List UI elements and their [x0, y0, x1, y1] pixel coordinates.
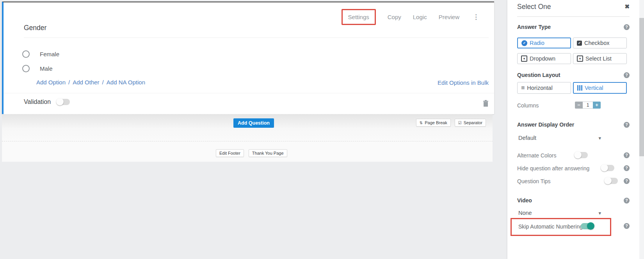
skip-numbering-label: Skip Automatic Numbering	[518, 223, 583, 230]
validation-row: Validation	[24, 98, 70, 105]
video-value: None	[518, 210, 532, 216]
option-label[interactable]: Female	[40, 51, 59, 57]
page-break-button[interactable]: ⇅ Page Break	[416, 119, 451, 127]
radio-icon[interactable]	[22, 65, 30, 72]
question-layout-label: Question Layout	[517, 72, 560, 78]
add-other-link[interactable]: Add Other	[73, 79, 99, 86]
dropdown-icon: ▾	[521, 55, 527, 62]
checkbox-option-label: Checkbox	[584, 40, 609, 46]
help-icon[interactable]: ?	[624, 152, 630, 158]
chevron-down-icon: ▾	[598, 135, 601, 141]
copy-button[interactable]: Copy	[388, 14, 401, 20]
logic-button[interactable]: Logic	[413, 14, 427, 20]
vertical-scrollbar[interactable]	[639, 0, 644, 259]
separator-checkbox-icon: ☑	[458, 121, 462, 125]
question-title-underline	[24, 38, 489, 38]
help-icon[interactable]: ?	[624, 198, 630, 204]
edit-options-in-bulk-link[interactable]: Edit Options in Bulk	[438, 79, 489, 86]
separator-button[interactable]: ☑ Separator	[455, 119, 486, 127]
question-toolbar: Settings Copy Logic Preview ⋮	[342, 8, 481, 26]
hide-question-label: Hide question after answering	[517, 165, 589, 171]
thank-you-page-button[interactable]: Thank You Page	[249, 149, 287, 157]
preview-button[interactable]: Preview	[439, 14, 459, 20]
alternate-colors-label: Alternate Colors	[517, 152, 556, 159]
settings-highlight-box: Settings	[342, 9, 376, 25]
radio-option-label: Radio	[530, 40, 544, 46]
help-icon[interactable]: ?	[624, 72, 630, 78]
more-options-icon[interactable]: ⋮	[471, 13, 481, 21]
columns-decrement-button[interactable]: −	[575, 102, 583, 109]
survey-builder-screen: Settings Copy Logic Preview ⋮ Gender Fem…	[0, 0, 644, 259]
option-row: Female	[22, 50, 59, 58]
question-title[interactable]: Gender	[24, 24, 46, 32]
vertical-option-label: Vertical	[585, 85, 603, 91]
footer-buttons: Edit Footer Thank You Page	[216, 149, 287, 157]
help-icon[interactable]: ?	[624, 165, 630, 171]
question-card: Settings Copy Logic Preview ⋮ Gender Fem…	[2, 2, 494, 114]
horizontal-lines-icon: ≡	[521, 85, 525, 91]
option-row: Male	[22, 65, 53, 72]
option-links: Add Option / Add Other / Add NA Option	[36, 79, 145, 86]
answer-type-radio-button[interactable]: ✔ Radio	[517, 38, 571, 48]
builder-action-bar: Add Question ⇅ Page Break ☑ Separator	[2, 114, 493, 141]
validation-label: Validation	[24, 98, 51, 105]
radio-selected-icon: ✔	[521, 40, 527, 46]
columns-label: Columns	[517, 102, 539, 109]
video-select[interactable]: None ▾	[518, 210, 601, 216]
survey-footer-bar: Edit Footer Thank You Page	[2, 141, 493, 162]
video-label: Video	[517, 197, 532, 204]
edit-footer-button[interactable]: Edit Footer	[216, 149, 244, 157]
panel-divider	[517, 16, 630, 17]
question-tips-toggle[interactable]	[605, 178, 618, 184]
radio-icon[interactable]	[22, 50, 30, 58]
alternate-colors-toggle[interactable]	[575, 152, 588, 158]
settings-button[interactable]: Settings	[348, 14, 369, 20]
scrollbar-thumb[interactable]	[639, 18, 644, 156]
trash-icon[interactable]	[483, 100, 488, 107]
separator-label: Separator	[464, 120, 482, 125]
close-icon[interactable]: ✖	[624, 3, 630, 10]
page-break-label: Page Break	[425, 120, 447, 125]
answer-type-checkbox-button[interactable]: ✔ Checkbox	[573, 38, 627, 48]
columns-stepper: − +	[575, 102, 601, 109]
option-label[interactable]: Male	[40, 65, 53, 72]
select-list-option-label: Select List	[585, 55, 612, 62]
chevron-down-icon: ▾	[598, 210, 601, 216]
help-icon[interactable]: ?	[624, 178, 630, 184]
help-icon[interactable]: ?	[624, 122, 630, 128]
layout-vertical-button[interactable]: Vertical	[573, 82, 627, 94]
answer-type-select-list-button[interactable]: ▾ Select List	[573, 53, 627, 64]
slash-separator: /	[102, 79, 104, 86]
add-question-button[interactable]: Add Question	[233, 118, 274, 128]
add-na-option-link[interactable]: Add NA Option	[107, 79, 145, 86]
horizontal-option-label: Horizontal	[527, 85, 552, 91]
builder-bar-right: ⇅ Page Break ☑ Separator	[416, 119, 486, 127]
panel-title: Select One	[517, 3, 551, 11]
vertical-bars-icon	[577, 85, 582, 91]
settings-panel: Select One ✖ Answer Type ? ✔ Radio ✔ Che…	[507, 0, 639, 259]
answer-display-order-value: Default	[518, 135, 536, 141]
skip-numbering-highlight-box: Skip Automatic Numbering	[511, 218, 611, 236]
help-icon[interactable]: ?	[624, 223, 630, 229]
checkbox-icon: ✔	[577, 41, 582, 46]
hide-question-toggle[interactable]	[601, 165, 614, 171]
answer-type-dropdown-button[interactable]: ▾ Dropdown	[517, 53, 571, 64]
answer-display-order-label: Answer Display Order	[517, 121, 574, 128]
dropdown-option-label: Dropdown	[530, 55, 555, 62]
select-list-icon: ▾	[577, 55, 583, 62]
answer-display-order-select[interactable]: Default ▾	[518, 135, 601, 141]
skip-numbering-toggle[interactable]	[581, 223, 594, 229]
card-divider	[4, 93, 494, 93]
slash-separator: /	[68, 79, 70, 86]
help-icon[interactable]: ?	[624, 24, 630, 30]
add-option-link[interactable]: Add Option	[36, 79, 66, 86]
answer-type-label: Answer Type	[517, 24, 551, 30]
layout-horizontal-button[interactable]: ≡ Horizontal	[517, 82, 571, 94]
page-break-icon: ⇅	[420, 121, 423, 125]
columns-input[interactable]	[583, 102, 593, 109]
columns-increment-button[interactable]: +	[593, 102, 601, 109]
validation-toggle[interactable]	[57, 99, 70, 105]
question-tips-label: Question Tips	[517, 178, 551, 184]
